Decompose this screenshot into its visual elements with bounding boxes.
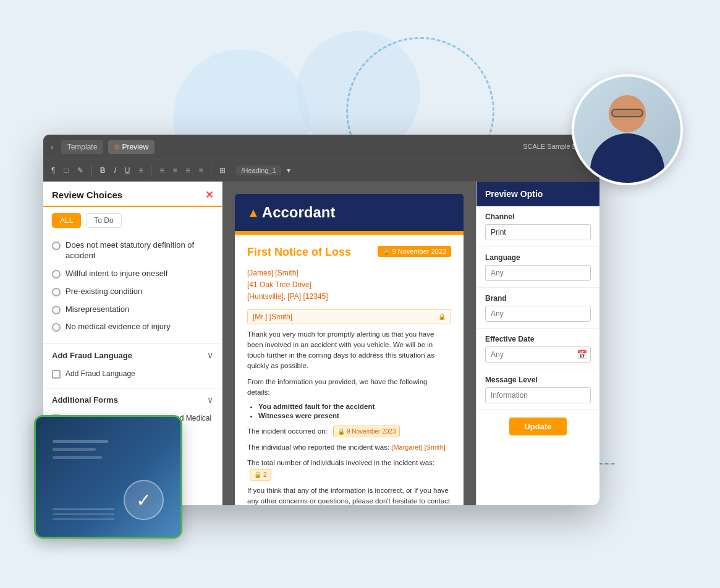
channel-field-group: Channel xyxy=(476,206,599,247)
effective-date-wrapper: 📅 xyxy=(485,346,591,363)
doc-header: ▲ Accordant xyxy=(235,194,464,231)
address-line2: [41 Oak Tree Drive] xyxy=(247,279,451,291)
fraud-accordion-header[interactable]: Add Fraud Language ∨ xyxy=(52,344,213,366)
checkmark-icon: ✓ xyxy=(124,480,164,520)
total-lock-icon: 🔒 xyxy=(254,470,261,479)
total-line: The total number of individuals involved… xyxy=(247,458,451,480)
person-glasses xyxy=(611,109,643,117)
radio-preexisting[interactable] xyxy=(52,288,61,296)
choice-item: Pre-existing condition xyxy=(52,283,213,301)
message-level-input[interactable] xyxy=(485,387,591,403)
message-level-field-group: Message Level xyxy=(476,369,599,410)
logo-arrow-icon: ▲ xyxy=(247,206,260,220)
choice-item: Willful intent to injure oneself xyxy=(52,265,213,283)
preview-icon: ⊙ xyxy=(114,143,119,150)
template-tab[interactable]: Template xyxy=(61,140,104,154)
doc-body: First Notice of Loss 🔒 9 November 2023 [… xyxy=(235,235,464,505)
toolbar-sep-2 xyxy=(151,164,151,177)
incident-line: The incident occurred on: 🔒 9 November 2… xyxy=(247,426,451,437)
doc-address: [James] [Smith] [41 Oak Tree Drive] [Hun… xyxy=(247,267,451,303)
language-label: Language xyxy=(485,253,591,262)
choice-item: Misrepresentation xyxy=(52,301,213,319)
brand-input[interactable] xyxy=(485,306,591,322)
fraud-section-title: Add Fraud Language xyxy=(52,351,132,360)
document-area: ▲ Accordant First Notice of Loss 🔒 9 Nov… xyxy=(222,182,476,505)
calendar-icon: 📅 xyxy=(577,350,587,359)
square-btn[interactable]: □ xyxy=(61,164,71,177)
heading-arrow[interactable]: ▾ xyxy=(284,164,294,177)
salutation-row: [Mr.] [Smith] 🔒 xyxy=(247,309,451,324)
doc-date-badge: 🔒 9 November 2023 xyxy=(378,246,451,257)
choice-item: No medical evidence of injury xyxy=(52,318,213,336)
language-input[interactable] xyxy=(485,265,591,281)
fraud-section: Add Fraud Language ∨ Add Fraud Language xyxy=(43,343,222,388)
edit-btn[interactable]: ✎ xyxy=(74,164,87,177)
additional-forms-title: Additional Forms xyxy=(52,395,118,405)
format-btn[interactable]: ≡ xyxy=(135,164,146,177)
list-item-2: Witnesses were present xyxy=(258,412,451,419)
radio-willful[interactable] xyxy=(52,270,61,279)
panel-title: Review Choices xyxy=(52,190,122,200)
italic-btn[interactable]: I xyxy=(111,164,119,177)
document: ▲ Accordant First Notice of Loss 🔒 9 Nov… xyxy=(235,194,464,505)
laptop-overlay: ✓ xyxy=(46,427,170,526)
followup-para: If you think that any of the information… xyxy=(247,485,451,505)
paragraph-btn[interactable]: ¶ xyxy=(48,164,58,177)
doc-title: First Notice of Loss xyxy=(247,246,351,259)
align-right-btn[interactable]: ≡ xyxy=(182,164,193,177)
bold-btn[interactable]: B xyxy=(97,164,109,177)
person-illustration xyxy=(574,77,680,183)
salutation-lock-icon: 🔒 xyxy=(438,313,446,320)
right-panel-title: Preview Optio xyxy=(485,189,543,199)
additional-forms-chevron-icon: ∨ xyxy=(207,395,213,405)
choice-label-misrep: Misrepresentation xyxy=(66,304,129,315)
person-body xyxy=(590,133,664,183)
radio-nomedical[interactable] xyxy=(52,323,61,332)
list-item-1: You admitted fault for the accident xyxy=(258,403,451,410)
choice-item: Does not meet statutory definition of ac… xyxy=(52,237,213,265)
filter-all-btn[interactable]: ALL xyxy=(52,213,81,228)
incident-date-badge: 🔒 9 November 2023 xyxy=(333,426,400,437)
fraud-checkbox[interactable] xyxy=(52,370,61,379)
fraud-checkbox-label: Add Fraud Language xyxy=(66,369,135,379)
align-center-btn[interactable]: ≡ xyxy=(169,164,180,177)
preview-tab[interactable]: ⊙ Preview xyxy=(108,140,155,154)
right-panel: Preview Optio Channel Language Brand Eff… xyxy=(476,182,599,505)
address-line1: [James] [Smith] xyxy=(247,267,451,279)
doc-list: You admitted fault for the accident Witn… xyxy=(258,403,451,419)
align-left-btn[interactable]: ≡ xyxy=(156,164,167,177)
choice-label-statutory: Does not meet statutory definition of ac… xyxy=(66,240,213,261)
additional-forms-header[interactable]: Additional Forms ∨ xyxy=(52,388,213,411)
choice-label-nomedical: No medical evidence of injury xyxy=(66,322,171,332)
back-arrow-icon: ‹ xyxy=(51,142,54,152)
radio-statutory[interactable] xyxy=(52,242,61,250)
doc-para-2: From the information you provided, we ha… xyxy=(247,377,451,398)
profile-photo xyxy=(572,74,683,185)
fraud-chevron-icon: ∨ xyxy=(207,350,213,360)
right-panel-header: Preview Optio xyxy=(476,182,599,206)
heading-selector[interactable]: /Heading_1 xyxy=(236,166,281,175)
laptop-image: ✓ xyxy=(34,415,182,539)
underline-btn[interactable]: U xyxy=(122,164,133,177)
radio-misrep[interactable] xyxy=(52,306,61,314)
effective-date-label: Effective Date xyxy=(485,335,591,343)
insert-btn[interactable]: ⊞ xyxy=(216,164,229,177)
address-line3: [Huntsville], [PA] [12345] xyxy=(247,291,451,303)
fraud-accordion-content: Add Fraud Language xyxy=(52,366,213,388)
update-button[interactable]: Update xyxy=(509,418,566,435)
effective-date-input[interactable] xyxy=(485,346,591,363)
filter-row: ALL To Do xyxy=(43,207,222,234)
effective-date-field-group: Effective Date 📅 xyxy=(476,329,599,369)
choices-list: Does not meet statutory definition of ac… xyxy=(43,234,222,343)
message-level-label: Message Level xyxy=(485,376,591,384)
total-badge: 🔒 2 xyxy=(250,469,271,481)
list-btn[interactable]: ≡ xyxy=(195,164,206,177)
salutation-text: [Mr.] [Smith] xyxy=(253,313,292,321)
choice-label-preexisting: Pre-existing condition xyxy=(66,287,142,297)
logo-text: Accordant xyxy=(262,204,336,221)
close-button[interactable]: ✕ xyxy=(205,189,213,201)
channel-input[interactable] xyxy=(485,224,591,240)
filter-todo-btn[interactable]: To Do xyxy=(86,213,121,228)
choice-label-willful: Willful intent to injure oneself xyxy=(66,269,167,279)
reporter-name: [Margaret] [Smith] xyxy=(391,443,445,451)
